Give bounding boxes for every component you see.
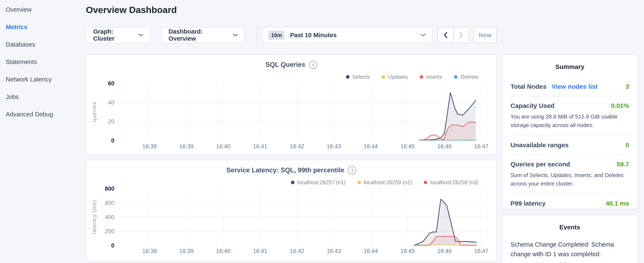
sql-queries-card: SQL Queries i Selects Updates Inserts De…	[86, 54, 497, 155]
sidebar-item-label: Jobs	[6, 93, 19, 100]
summary-rows: Total Nodes View nodes list 3 Capacity U…	[510, 77, 629, 213]
x-tick-label: 16:44	[364, 248, 378, 254]
x-tick-label: 16:44	[364, 143, 378, 150]
x-tick-label: 16:45	[400, 143, 415, 150]
y-tick-label: 600	[105, 200, 114, 206]
y-tick-label: 20	[108, 118, 114, 125]
x-tick-label: 16:45	[400, 248, 415, 254]
y-tick-label: 400	[105, 214, 114, 220]
sql-queries-chart[interactable]: 16:3816:3916:4016:4116:4216:4316:4416:45…	[86, 55, 496, 154]
summary-row-label: Queries per second	[510, 161, 570, 168]
y-axis-title: queries	[91, 102, 98, 122]
view-nodes-link[interactable]: View nodes list	[552, 83, 598, 90]
sidebar-item-label: Overview	[6, 6, 32, 13]
sidebar-item[interactable]: Overview	[6, 6, 85, 13]
summary-row-top: Total Nodes View nodes list 3	[510, 83, 629, 90]
summary-row: Unavailable ranges 0	[510, 136, 629, 155]
main-content: Overview Dashboard Graph: Cluster Dashbo…	[86, 0, 497, 263]
summary-row-top: Queries per second 59.7	[510, 161, 629, 168]
chevron-down-icon	[138, 34, 143, 37]
sidebar-item-label: Databases	[6, 41, 35, 48]
x-tick-label: 16:38	[142, 248, 157, 254]
event-text: Schema Change Completed: Schema change w…	[510, 240, 629, 259]
summary-row-value: 0	[626, 141, 629, 149]
x-tick-label: 16:40	[216, 143, 230, 150]
time-range-badge: 10m	[268, 31, 284, 40]
chevron-down-icon	[233, 34, 238, 37]
chevron-left-icon	[443, 32, 448, 39]
summary-row-value: 3	[626, 83, 629, 90]
y-axis-title: latency (ms)	[91, 200, 98, 234]
summary-row-value: 46.1 ms	[606, 200, 629, 207]
x-tick-label: 16:40	[216, 248, 230, 254]
summary-row-value: 59.7	[617, 161, 629, 168]
toolbar: Graph: Cluster Dashboard: Overview 10m P…	[86, 27, 497, 43]
y-tick-label: 0	[111, 137, 114, 144]
sidebar-item-label: Advanced Debug	[6, 111, 53, 118]
y-tick-label: 200	[105, 228, 114, 234]
sidebar-item[interactable]: Jobs	[6, 93, 85, 100]
chevron-right-icon	[459, 32, 464, 39]
events-panel: Events Schema Change Completed: Schema c…	[502, 215, 638, 263]
x-tick-label: 16:46	[437, 143, 452, 150]
y-tick-label: 40	[108, 99, 114, 106]
summary-row-top: Capacity Used 0.01%	[510, 102, 629, 109]
service-latency-chart[interactable]: 16:3816:3916:4016:4116:4216:4316:4416:45…	[86, 160, 496, 261]
x-tick-label: 16:42	[290, 143, 304, 150]
toolbar-divider	[256, 27, 257, 43]
summary-row: Capacity Used 0.01% You are using 28.6 M…	[510, 96, 629, 136]
summary-panel: Summary Total Nodes View nodes list 3 Ca…	[502, 54, 638, 209]
now-button-label: Now	[478, 32, 492, 39]
summary-title: Summary	[502, 63, 637, 70]
chevron-down-icon	[420, 34, 426, 37]
time-range-label: Past 10 Minutes	[290, 32, 415, 39]
next-time-button[interactable]	[453, 28, 469, 43]
summary-row-top: Unavailable ranges 0	[510, 141, 629, 149]
sidebar-item[interactable]: Advanced Debug	[6, 111, 85, 118]
summary-row-description: You are using 28.6 MiB of 515.9 GiB usab…	[510, 112, 629, 130]
sidebar-item-label: Network Latency	[6, 76, 52, 83]
sidebar-item-label: Metrics	[6, 24, 28, 31]
summary-row: Total Nodes View nodes list 3	[510, 77, 629, 96]
summary-row-label: P99 latency	[510, 200, 546, 207]
summary-row-value: 0.01%	[611, 102, 629, 109]
summary-row-description: Sum of Selects, Updates, Inserts, and De…	[510, 171, 629, 188]
dashboard-dropdown[interactable]: Dashboard: Overview	[161, 27, 245, 43]
x-tick-label: 16:46	[437, 248, 452, 254]
x-tick-label: 16:42	[290, 248, 304, 254]
sidebar: Overview Metrics Databases Statements Ne…	[0, 0, 85, 263]
sidebar-item[interactable]: Network Latency	[6, 76, 85, 83]
event-item[interactable]: Schema Change Completed: Schema change w…	[510, 240, 629, 263]
now-button[interactable]: Now	[474, 27, 497, 43]
y-tick-label: 60	[108, 80, 114, 87]
x-tick-label: 16:47	[474, 248, 488, 254]
events-title: Events	[502, 224, 637, 231]
y-tick-label: 800	[105, 185, 114, 192]
page-title: Overview Dashboard	[86, 5, 177, 15]
sidebar-item[interactable]: Metrics	[6, 24, 85, 31]
graph-dropdown[interactable]: Graph: Cluster	[86, 27, 150, 43]
summary-row-label: Unavailable ranges	[510, 141, 568, 149]
summary-row: Queries per second 59.7 Sum of Selects, …	[510, 155, 629, 194]
x-tick-label: 16:39	[179, 143, 194, 150]
sidebar-item[interactable]: Databases	[6, 41, 85, 48]
y-tick-label: 0	[111, 242, 114, 249]
x-tick-label: 16:43	[327, 248, 341, 254]
event-timestamp: May 13, 2020 at 4:45 PM	[510, 261, 629, 263]
time-range-select[interactable]: 10m Past 10 Minutes	[262, 27, 432, 43]
x-tick-label: 16:39	[179, 248, 194, 254]
service-latency-card: Service Latency: SQL, 99th percentile i …	[86, 160, 497, 262]
dashboard-dropdown-label: Dashboard: Overview	[168, 28, 228, 42]
summary-row-label: Capacity Used	[510, 102, 554, 109]
time-nav-arrows	[438, 27, 469, 43]
sidebar-item[interactable]: Statements	[6, 58, 85, 66]
summary-row-label: Total Nodes	[510, 83, 546, 90]
x-tick-label: 16:41	[253, 143, 268, 150]
summary-row-top: P99 latency 46.1 ms	[510, 200, 629, 207]
x-tick-label: 16:41	[253, 248, 268, 254]
x-tick-label: 16:43	[327, 143, 341, 150]
x-tick-label: 16:47	[474, 143, 488, 150]
x-tick-label: 16:38	[142, 143, 157, 150]
graph-dropdown-label: Graph: Cluster	[93, 28, 133, 42]
prev-time-button[interactable]	[438, 28, 453, 43]
